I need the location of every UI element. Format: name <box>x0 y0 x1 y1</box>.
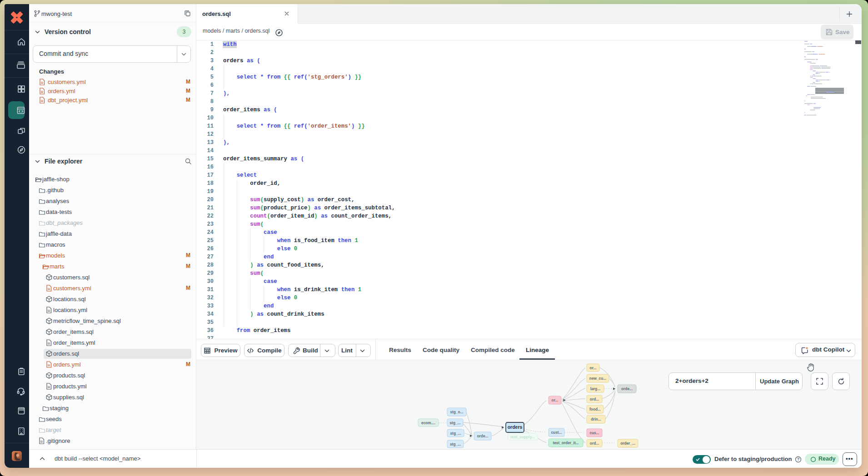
svg-text:ord...: ord... <box>590 397 599 402</box>
svg-text:test_order_it...: test_order_it... <box>553 441 579 445</box>
svg-text:cus...: cus... <box>589 431 599 435</box>
svg-text:orde...: orde... <box>621 387 633 391</box>
svg-text:order_...: order_... <box>620 441 635 446</box>
svg-text:ord...: ord... <box>590 441 599 446</box>
svg-text:stg_...: stg_... <box>450 431 461 436</box>
svg-text:stg_...: stg_... <box>450 442 461 446</box>
svg-text:orders: orders <box>508 424 523 430</box>
svg-text:or...: or... <box>590 366 597 370</box>
svg-text:ecom....: ecom.... <box>421 421 435 425</box>
svg-text:food...: food... <box>589 407 601 412</box>
svg-text:orde...: orde... <box>477 434 489 438</box>
svg-text:cust...: cust... <box>551 430 562 435</box>
svg-text:drin...: drin... <box>591 417 601 421</box>
svg-text:stg_o...: stg_o... <box>450 410 463 414</box>
svg-text:larg...: larg... <box>590 387 600 391</box>
svg-text:stg_...: stg_... <box>450 421 461 425</box>
svg-text:test_supply...: test_supply... <box>510 435 535 439</box>
svg-text:new_cu...: new_cu... <box>589 376 606 381</box>
svg-text:or...: or... <box>552 398 559 402</box>
svg-text:?: ? <box>797 457 799 461</box>
